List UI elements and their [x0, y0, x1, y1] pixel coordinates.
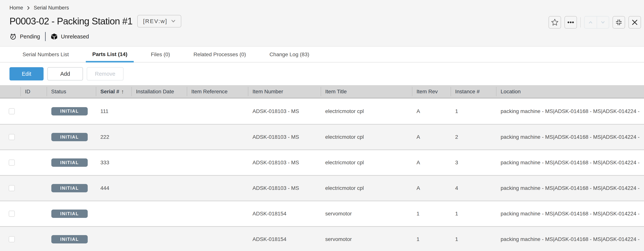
more-options-button[interactable] — [564, 16, 577, 28]
lifecycle-status-label: Pending — [20, 33, 40, 40]
column-header-item-reference[interactable]: Item Reference — [187, 85, 248, 98]
release-status-label: Unreleased — [61, 33, 89, 40]
sort-ascending-icon: ↑ — [121, 88, 124, 95]
tab-parts-list[interactable]: Parts List (14) — [86, 46, 134, 62]
actions-divider — [580, 17, 581, 27]
status-badge: INITIAL — [51, 184, 88, 192]
row-select-checkbox[interactable] — [9, 236, 15, 242]
row-select-checkbox[interactable] — [9, 134, 15, 140]
cell-item-title: servomotor — [321, 236, 412, 242]
breadcrumb-home[interactable]: Home — [10, 5, 23, 11]
row-select-checkbox[interactable] — [9, 108, 15, 114]
column-header-item-rev[interactable]: Item Rev — [412, 85, 450, 98]
column-header-item-title[interactable]: Item Title — [321, 85, 412, 98]
cell-instance: 3 — [450, 160, 496, 166]
chevron-down-icon — [600, 19, 606, 25]
row-select-cell — [0, 211, 20, 217]
breadcrumb: Home Serial Numbers — [10, 0, 644, 11]
cell-location: packing machine - MS|ADSK-014168 - MS|AD… — [496, 236, 644, 242]
row-select-cell — [0, 134, 20, 140]
table-row[interactable]: INITIAL 333 ADSK-018103 - MS electricmot… — [0, 150, 644, 175]
bookmark-button[interactable] — [548, 16, 561, 28]
close-icon — [631, 19, 638, 26]
chevron-up-icon — [588, 19, 594, 25]
add-button[interactable]: Add — [47, 67, 83, 80]
cell-item-title: electricmotor cpl — [321, 185, 412, 191]
clock-icon — [10, 33, 17, 40]
cell-status: INITIAL — [46, 133, 96, 141]
cell-instance: 4 — [450, 185, 496, 191]
cell-status: INITIAL — [46, 235, 96, 244]
edit-button[interactable]: Edit — [10, 67, 44, 80]
chevron-down-icon — [171, 20, 176, 23]
column-header-status[interactable]: Status — [46, 85, 96, 98]
tab-change-log[interactable]: Change Log (83) — [263, 46, 316, 62]
table-row[interactable]: INITIAL ADSK-018154 servomotor 1 1 packi… — [0, 226, 644, 251]
row-select-checkbox[interactable] — [9, 160, 15, 166]
status-badge: INITIAL — [51, 133, 88, 141]
box-icon — [51, 33, 58, 40]
revision-dropdown[interactable]: [REV:w] — [137, 15, 181, 27]
cell-item-title: electricmotor cpl — [321, 108, 412, 114]
cell-item-rev: A — [412, 185, 450, 191]
column-header-serial[interactable]: Serial # ↑ — [96, 85, 132, 98]
page-title: P0003-02 - Packing Station #1 — [10, 16, 132, 27]
parts-toolbar: Edit Add Remove — [0, 62, 644, 85]
row-select-checkbox[interactable] — [9, 211, 15, 217]
cell-item-title: servomotor — [321, 211, 412, 217]
table-row[interactable]: INITIAL 222 ADSK-018103 - MS electricmot… — [0, 124, 644, 150]
cell-location: packing machine - MS|ADSK-014168 - MS|AD… — [496, 108, 644, 114]
star-icon — [551, 18, 558, 26]
row-select-cell — [0, 236, 20, 242]
cell-item-rev: A — [412, 108, 450, 114]
cell-item-rev: A — [412, 134, 450, 140]
cell-item-number: ADSK-018103 - MS — [248, 108, 321, 114]
collapse-button[interactable] — [612, 16, 625, 28]
previous-button — [584, 16, 597, 28]
column-header-instance[interactable]: Instance # — [450, 85, 496, 98]
cell-item-rev: 1 — [412, 211, 450, 217]
cell-instance: 1 — [450, 108, 496, 114]
cell-instance: 1 — [450, 236, 496, 242]
cell-item-number: ADSK-018103 - MS — [248, 185, 321, 191]
status-divider — [45, 32, 46, 41]
row-select-cell — [0, 160, 20, 166]
tab-serial-numbers-list[interactable]: Serial Numbers List — [16, 46, 75, 62]
column-header-location[interactable]: Location — [496, 85, 644, 98]
cell-instance: 1 — [450, 211, 496, 217]
table-row[interactable]: INITIAL ADSK-018154 servomotor 1 1 packi… — [0, 201, 644, 226]
close-button[interactable] — [628, 16, 641, 28]
table-header: ID Status Serial # ↑ Installation Date I… — [0, 85, 644, 98]
cell-item-number: ADSK-018103 - MS — [248, 160, 321, 166]
tab-files[interactable]: Files (0) — [144, 46, 176, 62]
page-header: Home Serial Numbers P0003-02 - Packing S… — [0, 0, 644, 46]
header-actions — [548, 16, 641, 28]
cell-serial: 333 — [96, 160, 132, 166]
cell-serial: 444 — [96, 185, 132, 191]
table-body: INITIAL 111 ADSK-018103 - MS electricmot… — [0, 98, 644, 251]
cell-item-rev: 1 — [412, 236, 450, 242]
cell-serial: 111 — [96, 108, 132, 114]
status-row: Pending Unreleased — [10, 32, 644, 41]
cell-item-title: electricmotor cpl — [321, 160, 412, 166]
status-badge: INITIAL — [51, 210, 88, 218]
ellipsis-icon — [567, 19, 574, 26]
status-badge: INITIAL — [51, 158, 88, 167]
cell-serial: 222 — [96, 134, 132, 140]
cell-location: packing machine - MS|ADSK-014168 - MS|AD… — [496, 185, 644, 191]
remove-button: Remove — [87, 67, 124, 80]
column-header-item-number[interactable]: Item Number — [248, 85, 321, 98]
table-row[interactable]: INITIAL 111 ADSK-018103 - MS electricmot… — [0, 98, 644, 124]
column-header-installation-date[interactable]: Installation Date — [132, 85, 187, 98]
row-select-cell — [0, 185, 20, 191]
cell-status: INITIAL — [46, 210, 96, 218]
table-row[interactable]: INITIAL 444 ADSK-018103 - MS electricmot… — [0, 175, 644, 201]
cell-item-number: ADSK-018154 — [248, 211, 321, 217]
tab-related-processes[interactable]: Related Processes (0) — [187, 46, 252, 62]
cell-item-number: ADSK-018154 — [248, 236, 321, 242]
chevron-right-icon — [27, 5, 30, 10]
cell-item-number: ADSK-018103 - MS — [248, 134, 321, 140]
row-select-checkbox[interactable] — [9, 185, 15, 191]
column-header-id[interactable]: ID — [20, 85, 46, 98]
status-badge: INITIAL — [51, 107, 88, 115]
